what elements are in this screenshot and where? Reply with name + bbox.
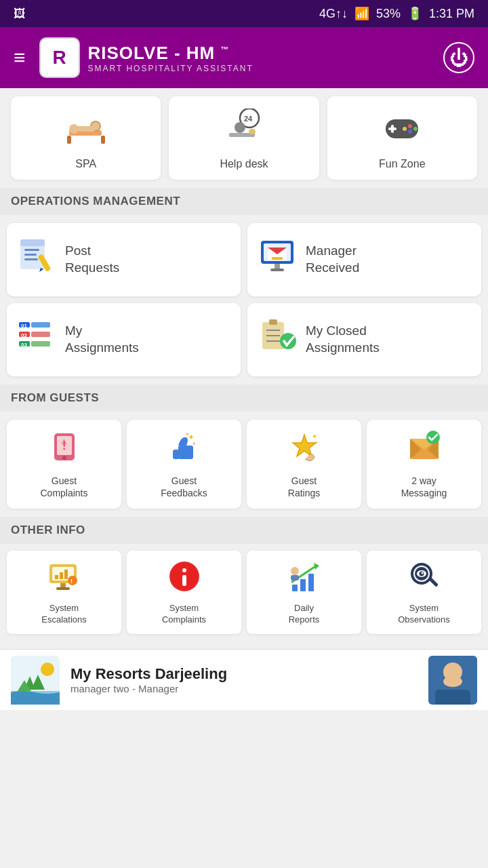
daily-reports-label: DailyReports xyxy=(289,603,320,626)
two-way-messaging-label: 2 wayMessaging xyxy=(401,475,447,499)
post-requests-label: PostRequests xyxy=(65,243,119,276)
my-closed-assignments-icon xyxy=(258,317,296,363)
brand-text: RISOLVE - HM ™ SMART HOSPITALITY ASSISTA… xyxy=(88,43,253,73)
svg-rect-23 xyxy=(24,249,39,251)
svg-rect-83 xyxy=(300,579,306,591)
svg-text:!: ! xyxy=(70,578,73,585)
manager-received-icon xyxy=(258,237,296,283)
svg-rect-72 xyxy=(60,572,63,579)
svg-point-76 xyxy=(68,576,77,585)
ops-grid: PostRequests ManagerReceived xyxy=(0,215,488,384)
daily-reports-card[interactable]: DailyReports xyxy=(247,551,361,634)
two-way-messaging-icon xyxy=(407,431,441,469)
guest-complaints-card[interactable]: ! ⚠ GuestComplaints xyxy=(7,420,121,509)
system-observations-icon xyxy=(408,560,441,597)
guest-ratings-label: GuestRatings xyxy=(288,475,320,499)
system-escalations-card[interactable]: ! SystemEscalations xyxy=(7,551,121,634)
battery-level: 53% xyxy=(376,7,401,21)
funzone-icon xyxy=(382,108,422,151)
spa-label: SPA xyxy=(75,158,96,170)
power-icon[interactable]: ⏻ xyxy=(443,42,474,73)
system-complaints-label: SystemComplaints xyxy=(162,603,206,626)
funzone-card[interactable]: Fun Zone xyxy=(327,96,477,180)
svg-point-18 xyxy=(413,127,418,131)
svg-rect-13 xyxy=(251,129,253,132)
guest-ratings-card[interactable]: ✦ ✦ GuestRatings xyxy=(247,420,361,509)
svg-point-86 xyxy=(291,567,299,575)
manager-received-label: ManagerReceived xyxy=(306,243,359,276)
system-complaints-card[interactable]: SystemComplaints xyxy=(127,551,241,634)
svg-rect-40 xyxy=(31,332,50,337)
post-requests-card[interactable]: PostRequests xyxy=(7,223,241,296)
ops-section-header: OPERATIONS MANAGEMENT xyxy=(0,188,488,215)
my-assignments-card[interactable]: 01 02 03 MyAssignments xyxy=(7,303,241,376)
my-assignments-label: MyAssignments xyxy=(65,323,139,356)
top-cards-row: SPA 24 Help desk xyxy=(0,88,488,188)
svg-rect-45 xyxy=(269,319,277,325)
manager-received-card[interactable]: ManagerReceived xyxy=(247,223,481,296)
funzone-label: Fun Zone xyxy=(379,158,425,170)
svg-text:⚠: ⚠ xyxy=(61,438,67,446)
svg-rect-24 xyxy=(24,254,37,256)
svg-rect-1 xyxy=(67,136,71,144)
svg-point-17 xyxy=(408,124,412,128)
company-logo xyxy=(11,656,60,705)
svg-rect-22 xyxy=(20,239,45,246)
helpdesk-icon: 24 xyxy=(224,108,264,151)
svg-text:03: 03 xyxy=(21,342,27,348)
svg-rect-93 xyxy=(428,577,439,587)
signal-type: 4G↑↓ xyxy=(319,7,348,21)
svg-rect-37 xyxy=(31,322,50,328)
guest-feedbacks-card[interactable]: ✦ ✦ ✦ GuestFeedbacks xyxy=(127,420,241,509)
svg-point-95 xyxy=(41,663,54,676)
my-closed-assignments-card[interactable]: My ClosedAssignments xyxy=(247,303,481,376)
battery-icon: 🔋 xyxy=(407,6,422,21)
svg-text:✦: ✦ xyxy=(192,441,197,447)
svg-text:24: 24 xyxy=(244,115,253,123)
svg-point-20 xyxy=(403,127,407,131)
spa-icon xyxy=(66,108,106,151)
svg-rect-71 xyxy=(55,575,58,579)
svg-text:01: 01 xyxy=(21,323,27,329)
system-escalations-icon: ! xyxy=(48,560,81,597)
brand-name: RISOLVE - HM ™ xyxy=(88,43,253,64)
logo-box: R xyxy=(39,37,80,78)
system-observations-label: SystemObservations xyxy=(398,603,450,626)
brand-sub: SMART HOSPITALITY ASSISTANT xyxy=(88,64,253,73)
svg-rect-2 xyxy=(101,136,105,144)
two-way-messaging-card[interactable]: 2 wayMessaging xyxy=(367,420,481,509)
app-header: ≡ R RISOLVE - HM ™ SMART HOSPITALITY ASS… xyxy=(0,27,488,88)
system-escalations-label: SystemEscalations xyxy=(41,603,86,626)
system-observations-card[interactable]: SystemObservations xyxy=(367,551,481,634)
system-complaints-icon xyxy=(168,560,201,597)
svg-rect-80 xyxy=(182,568,186,572)
main-content: SPA 24 Help desk xyxy=(0,88,488,649)
svg-marker-85 xyxy=(314,563,319,570)
footer-info: My Resorts Darjeeling manager two - Mana… xyxy=(70,665,418,694)
svg-point-49 xyxy=(280,333,296,349)
svg-text:✦: ✦ xyxy=(185,431,190,437)
helpdesk-card[interactable]: 24 Help desk xyxy=(169,96,319,180)
signal-bars: 📶 xyxy=(354,6,369,21)
spa-card[interactable]: SPA xyxy=(11,96,161,180)
other-info-header: OTHER INFO xyxy=(0,517,488,544)
logo-letter: R xyxy=(52,47,66,68)
svg-rect-33 xyxy=(274,264,280,269)
svg-rect-74 xyxy=(60,583,66,587)
svg-rect-56 xyxy=(173,450,180,459)
guest-complaints-label: GuestComplaints xyxy=(40,475,87,499)
manager-name: manager two - Manager xyxy=(70,683,418,694)
guest-feedbacks-icon: ✦ ✦ ✦ xyxy=(167,431,201,469)
svg-rect-32 xyxy=(272,257,283,260)
manager-avatar xyxy=(428,656,477,705)
resort-name: My Resorts Darjeeling xyxy=(70,665,418,683)
clock: 1:31 PM xyxy=(429,7,474,21)
svg-point-10 xyxy=(235,122,245,133)
svg-rect-75 xyxy=(56,587,70,590)
svg-point-103 xyxy=(443,676,462,687)
other-grid: ! SystemEscalations SystemComplaints xyxy=(0,544,488,642)
logo-container: R RISOLVE - HM ™ SMART HOSPITALITY ASSIS… xyxy=(39,37,434,78)
helpdesk-label: Help desk xyxy=(220,158,268,170)
svg-text:✦: ✦ xyxy=(314,440,319,445)
menu-icon[interactable]: ≡ xyxy=(14,46,26,69)
